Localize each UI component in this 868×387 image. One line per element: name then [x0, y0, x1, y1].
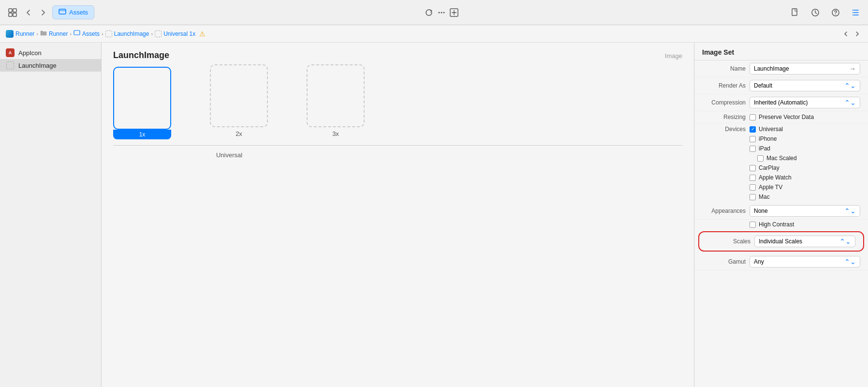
refresh-button[interactable] — [423, 6, 435, 19]
image-cell-3x[interactable]: 3x — [307, 64, 365, 139]
breadcrumb-folder-icon — [40, 30, 47, 38]
nav-forward-button[interactable] — [38, 7, 48, 18]
image-cell-1x[interactable]: 1x — [113, 67, 171, 139]
scales-chevron-icon: ⌃⌄ — [839, 238, 851, 245]
breadcrumb-navigation — [841, 29, 862, 39]
device-mac-row: Mac — [694, 192, 868, 203]
breadcrumb-runner2[interactable]: Runner — [40, 30, 68, 38]
inspector-title: Image Set — [702, 48, 734, 56]
device-macscaled-label: Mac Scaled — [766, 155, 797, 162]
svg-rect-4 — [59, 9, 66, 14]
device-mac-label: Mac — [759, 194, 770, 200]
image-grid: 1x 2x 3x Universal — [102, 64, 694, 387]
content-title: LaunchImage — [113, 50, 169, 60]
inspector-compression-row: Compression Inherited (Automatic) ⌃⌄ — [694, 94, 868, 111]
device-iphone-label: iPhone — [759, 135, 777, 142]
render-as-chevron-icon: ⌃⌄ — [844, 82, 856, 89]
sidebar-item-appicon[interactable]: A AppIcon — [0, 46, 101, 59]
breadcrumb-launchimage-icon — [105, 30, 112, 37]
toolbar-left: Assets — [6, 5, 94, 19]
device-applewatch-checkbox[interactable] — [750, 175, 756, 181]
breadcrumb-assets[interactable]: Assets — [74, 30, 100, 38]
preserve-vector-checkbox[interactable] — [750, 114, 756, 120]
appearances-select[interactable]: None ⌃⌄ — [750, 205, 860, 217]
sidebar-appicon-label: AppIcon — [18, 49, 42, 57]
device-appletv-group: Apple TV — [750, 184, 782, 191]
svg-point-7 — [443, 12, 445, 13]
breadcrumb-runner1-label: Runner — [15, 30, 34, 37]
compression-select[interactable]: Inherited (Automatic) ⌃⌄ — [750, 97, 860, 108]
device-mac-group: Mac — [750, 194, 770, 200]
devices-header-row: Devices Universal — [694, 123, 868, 134]
image-cell-box-2x — [210, 64, 268, 127]
assets-tab[interactable]: Assets — [52, 5, 94, 19]
name-arrow-icon: → — [849, 65, 856, 73]
sidebar-launchimage-label: LaunchImage — [18, 62, 57, 69]
cell-scale-1x: 1x — [139, 131, 146, 138]
appearances-chevron-icon: ⌃⌄ — [844, 207, 856, 215]
high-contrast-checkbox[interactable] — [750, 222, 756, 228]
device-macscaled-checkbox[interactable] — [757, 155, 764, 162]
toolbar-center — [98, 6, 785, 19]
compression-value: Inherited (Automatic) — [754, 99, 808, 106]
breadcrumb-launchimage-label: LaunchImage — [114, 30, 149, 37]
device-carplay-label: CarPlay — [759, 164, 780, 171]
device-iphone-checkbox[interactable] — [750, 136, 756, 142]
breadcrumb-next-button[interactable] — [853, 29, 862, 39]
sidebar-item-launchimage[interactable]: LaunchImage — [0, 59, 101, 72]
breadcrumb-launchimage[interactable]: LaunchImage — [105, 30, 149, 37]
high-contrast-row: High Contrast — [694, 220, 868, 229]
image-cell-label-bar-1x: 1x — [113, 130, 171, 139]
appearances-label: Appearances — [702, 208, 746, 214]
breadcrumb-universal[interactable]: Universal 1x — [155, 30, 195, 37]
device-mac-checkbox[interactable] — [750, 194, 756, 200]
breadcrumb-runner-icon[interactable]: Runner — [6, 30, 34, 38]
help-button[interactable] — [829, 6, 842, 19]
svg-rect-0 — [9, 9, 12, 12]
device-appletv-checkbox[interactable] — [750, 184, 756, 191]
inspector-appearances-row: Appearances None ⌃⌄ — [694, 203, 868, 220]
toolbar: Assets — [0, 0, 868, 25]
name-label: Name — [702, 65, 746, 72]
history-button[interactable] — [809, 6, 822, 19]
render-as-select[interactable]: Default ⌃⌄ — [750, 80, 860, 91]
device-universal-checkbox[interactable] — [750, 126, 756, 133]
sidebar: A AppIcon LaunchImage — [0, 43, 102, 387]
warning-icon: ⚠ — [199, 30, 206, 38]
gamut-select[interactable]: Any ⌃⌄ — [750, 256, 860, 268]
name-field[interactable]: LaunchImage → — [750, 63, 860, 74]
inspector-render-as-row: Render As Default ⌃⌄ — [694, 77, 868, 94]
nav-back-button[interactable] — [23, 7, 34, 18]
preserve-vector-label: Preserve Vector Data — [759, 114, 814, 120]
inspector-header: Image Set — [694, 43, 868, 60]
image-cell-box-1x — [113, 67, 171, 130]
device-carplay-row: CarPlay — [694, 163, 868, 173]
svg-rect-3 — [13, 13, 16, 16]
image-cells-row: 1x 2x 3x — [113, 64, 682, 146]
grid-view-button[interactable] — [6, 6, 19, 19]
device-ipad-checkbox[interactable] — [750, 146, 756, 152]
content-area: LaunchImage Image 1x 2x — [102, 43, 694, 387]
more-button[interactable] — [435, 6, 448, 19]
scales-label: Scales — [707, 238, 750, 245]
scales-select[interactable]: Individual Scales ⌃⌄ — [754, 236, 855, 247]
assets-tab-icon — [59, 8, 66, 17]
compression-label: Compression — [702, 99, 746, 106]
svg-rect-2 — [9, 13, 12, 16]
device-appletv-label: Apple TV — [759, 184, 782, 191]
svg-rect-1 — [13, 9, 16, 12]
appearances-value: None — [754, 208, 768, 214]
breadcrumb: Runner › Runner › Assets › LaunchImage ›… — [0, 25, 868, 43]
add-editor-button[interactable] — [448, 6, 460, 19]
device-applewatch-label: Apple Watch — [759, 174, 792, 181]
universal-label: Universal — [216, 151, 242, 159]
device-carplay-checkbox[interactable] — [750, 165, 756, 171]
breadcrumb-prev-button[interactable] — [841, 29, 851, 39]
inspector-button[interactable] — [850, 6, 862, 19]
gamut-chevron-icon: ⌃⌄ — [844, 258, 856, 266]
universal-label-row: Universal — [113, 151, 345, 159]
name-value: LaunchImage — [754, 65, 789, 72]
image-cell-2x[interactable]: 2x — [210, 64, 268, 139]
svg-point-6 — [441, 12, 442, 13]
document-button[interactable] — [789, 6, 801, 19]
